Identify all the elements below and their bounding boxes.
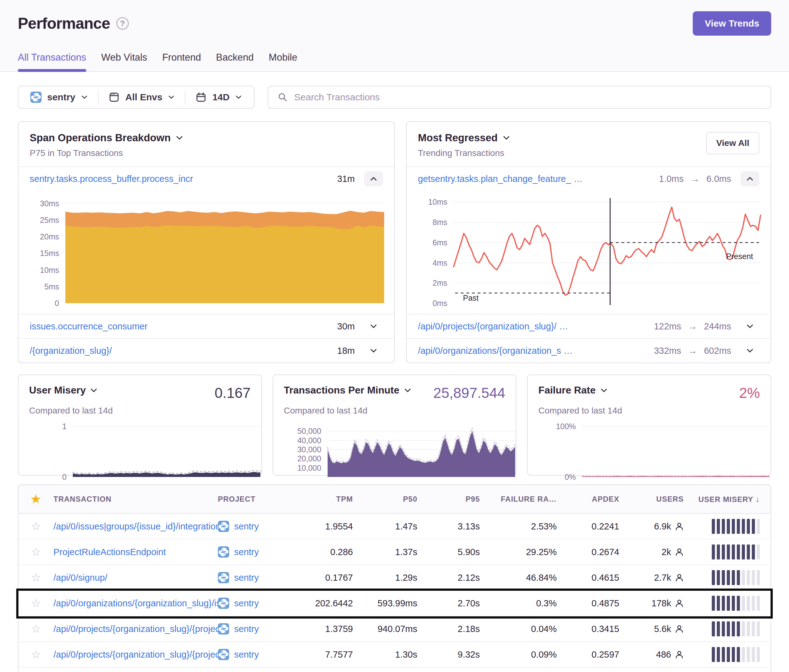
column-header-users[interactable]: USERS <box>628 495 692 504</box>
column-header-transaction[interactable]: TRANSACTION <box>53 495 218 504</box>
tab-frontend[interactable]: Frontend <box>162 52 201 71</box>
most-regressed-title[interactable]: Most Regressed <box>418 132 510 144</box>
star-toggle[interactable]: ☆ <box>31 546 41 559</box>
column-header-user-misery[interactable]: USER MISERY ↓ <box>692 495 771 504</box>
regressed-transaction-link[interactable]: getsentry.tasks.plan_change_feature_ … <box>418 174 652 184</box>
python-project-icon <box>218 649 229 660</box>
table-row: ☆/api/0/issues|groups/{issue_id}/integra… <box>18 514 771 540</box>
tpm-title[interactable]: Transactions Per Minute <box>284 385 411 396</box>
user-misery-subtitle: Compared to last 14d <box>29 406 251 416</box>
span-operation-link[interactable]: issues.occurrence_consumer <box>30 321 331 332</box>
user-misery-bars <box>692 544 771 559</box>
project-link[interactable]: sentry <box>234 650 259 660</box>
p50-cell: 1.30s <box>361 650 425 660</box>
help-icon[interactable]: ? <box>116 17 129 30</box>
chevron-down-icon <box>600 388 608 393</box>
failure-rate-cell: 0.09% <box>488 650 565 660</box>
transaction-link[interactable]: /api/0/projects/{organization_slug}/{pro… <box>53 624 218 634</box>
transaction-link[interactable]: ProjectRuleActionsEndpoint <box>53 547 218 557</box>
chevron-down-icon <box>370 348 377 353</box>
user-misery-bars <box>692 621 771 636</box>
span-operations-title-text: Span Operations Breakdown <box>30 132 171 144</box>
tpm-cell: 202.6442 <box>302 598 361 608</box>
python-project-icon <box>30 92 42 103</box>
transaction-link[interactable]: /api/0/projects/{organization_slug}/{pro… <box>53 650 218 660</box>
expand-button[interactable] <box>741 343 759 358</box>
user-misery-bars <box>692 570 771 585</box>
project-cell: sentry <box>218 649 302 660</box>
search-icon <box>278 92 288 102</box>
y-axis-ticks: 30ms25ms20ms15ms10ms5ms0 <box>18 200 65 303</box>
failure-rate-chart: 100%0% <box>538 424 760 477</box>
table-row: ☆/api/0/projects/{organization_slug}/{pr… <box>18 616 771 642</box>
expand-button[interactable] <box>364 343 383 358</box>
arrow-right-icon: → <box>688 321 697 332</box>
span-operation-link[interactable]: /{organization_slug}/ <box>30 346 331 356</box>
regressed-row-expanded: getsentry.tasks.plan_change_feature_ … 1… <box>407 166 771 191</box>
tab-backend[interactable]: Backend <box>216 52 254 71</box>
table-row: ☆/api/0/organizations/{organization_slug… <box>18 591 771 616</box>
failure-rate-title[interactable]: Failure Rate <box>538 385 607 396</box>
tab-all-transactions[interactable]: All Transactions <box>18 52 86 71</box>
apdex-cell: 0.4615 <box>565 573 628 583</box>
column-header-project[interactable]: PROJECT <box>218 495 302 504</box>
search-transactions-input[interactable] <box>294 92 761 102</box>
transaction-link[interactable]: /api/0/issues|groups/{issue_id}/integrat… <box>53 521 218 532</box>
p95-cell: 2.18s <box>425 624 488 634</box>
failure-rate-value: 2% <box>739 385 760 401</box>
user-misery-title-text: User Misery <box>29 385 86 396</box>
python-logo <box>218 598 229 609</box>
star-toggle[interactable]: ☆ <box>31 648 41 661</box>
p95-cell: 3.13s <box>425 521 488 532</box>
project-link[interactable]: sentry <box>234 573 259 583</box>
project-filter-label: sentry <box>47 92 75 102</box>
expand-button[interactable] <box>741 319 759 334</box>
regressed-transaction-link[interactable]: /api/0/projects/{organization_slug}/ … <box>418 321 647 332</box>
project-link[interactable]: sentry <box>234 598 259 608</box>
python-project-icon <box>218 572 229 583</box>
column-header-apdex[interactable]: APDEX <box>565 495 628 504</box>
project-filter[interactable]: sentry <box>20 92 98 103</box>
table-header-row: ★ TRANSACTION PROJECT TPM P50 P95 FAILUR… <box>18 485 771 514</box>
user-misery-title[interactable]: User Misery <box>29 385 97 396</box>
column-header-p50[interactable]: P50 <box>361 495 425 504</box>
collapse-button[interactable] <box>741 171 759 186</box>
project-link[interactable]: sentry <box>234 547 259 557</box>
tab-web-vitals[interactable]: Web Vitals <box>101 52 147 71</box>
star-toggle[interactable]: ☆ <box>31 571 41 584</box>
view-trends-button[interactable]: View Trends <box>693 11 771 36</box>
transaction-link[interactable]: /api/0/signup/ <box>53 573 218 583</box>
table-row: ☆/api/0/organizations/{organization_slug… <box>18 668 771 672</box>
project-link[interactable]: sentry <box>234 624 259 634</box>
python-logo <box>218 521 229 532</box>
regressed-from-value: 122ms <box>654 321 681 332</box>
date-range-filter[interactable]: 14D <box>185 92 252 103</box>
chevron-down-icon <box>370 324 377 329</box>
chevron-down-icon <box>746 324 754 329</box>
span-operation-link[interactable]: sentry.tasks.process_buffer.process_incr <box>30 174 331 184</box>
chevron-down-icon <box>176 135 183 140</box>
project-link[interactable]: sentry <box>234 521 259 532</box>
column-header-p95[interactable]: P95 <box>425 495 488 504</box>
failure-rate-title-text: Failure Rate <box>538 385 596 396</box>
environment-filter[interactable]: All Envs <box>99 92 185 103</box>
regressed-to-value: 244ms <box>704 321 731 332</box>
star-toggle[interactable]: ☆ <box>31 597 41 610</box>
span-operations-title[interactable]: Span Operations Breakdown <box>30 132 183 144</box>
column-header-failure-rate[interactable]: FAILURE RA… <box>488 495 565 504</box>
collapse-button[interactable] <box>364 171 383 186</box>
regressed-transaction-link[interactable]: /api/0/organizations/{organization_s … <box>418 346 647 356</box>
tpm-cell: 7.7577 <box>302 650 361 660</box>
star-toggle[interactable]: ☆ <box>31 622 41 635</box>
star-toggle[interactable]: ☆ <box>31 520 41 533</box>
users-cell: 486 <box>628 650 692 660</box>
tab-mobile[interactable]: Mobile <box>269 52 297 71</box>
transaction-link[interactable]: /api/0/organizations/{organization_slug}… <box>53 598 218 608</box>
star-column-header[interactable]: ★ <box>18 493 53 506</box>
expand-button[interactable] <box>364 319 383 334</box>
column-header-tpm[interactable]: TPM <box>302 495 361 504</box>
span-row-collapsed: issues.occurrence_consumer 30m <box>18 314 394 338</box>
span-operation-value: 31m <box>337 174 355 184</box>
tpm-cell: 0.1767 <box>302 573 361 583</box>
view-all-button[interactable]: View All <box>706 132 759 155</box>
